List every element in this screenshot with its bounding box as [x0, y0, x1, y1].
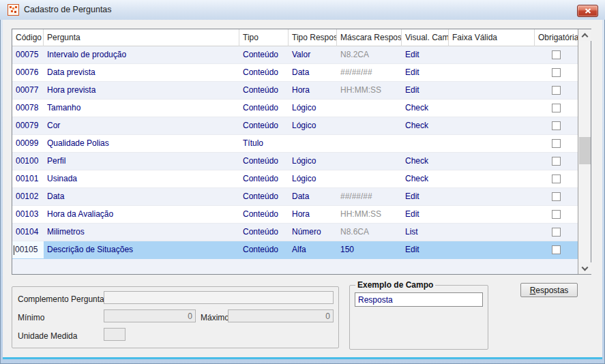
- cell-mascara[interactable]: ##/##/##: [337, 188, 402, 205]
- cell-faixa[interactable]: [449, 82, 535, 99]
- cell-mascara[interactable]: [337, 135, 402, 152]
- obrigatoria-checkbox[interactable]: [552, 104, 561, 112]
- cell-tipo_resposta[interactable]: [289, 135, 337, 152]
- cell-visual[interactable]: Check: [402, 153, 449, 170]
- table-row[interactable]: 00077Hora previstaConteúdoHoraHH:MM:SSEd…: [12, 82, 578, 100]
- cell-faixa[interactable]: [449, 206, 535, 223]
- cell-tipo[interactable]: Conteúdo: [239, 241, 289, 258]
- cell-faixa[interactable]: [449, 170, 535, 187]
- cell-visual[interactable]: Edit: [402, 82, 449, 99]
- cell-codigo[interactable]: 00075: [12, 46, 44, 63]
- cell-tipo_resposta[interactable]: Hora: [289, 206, 337, 223]
- cell-mascara[interactable]: N8.2CA: [337, 46, 402, 63]
- cell-tipo_resposta[interactable]: Data: [289, 64, 337, 81]
- column-header-codigo[interactable]: Código: [12, 29, 44, 46]
- obrigatoria-checkbox[interactable]: [552, 157, 561, 166]
- obrigatoria-checkbox[interactable]: [552, 121, 561, 130]
- obrigatoria-checkbox[interactable]: [552, 175, 561, 183]
- exemplo-input[interactable]: [355, 292, 483, 307]
- cell-codigo[interactable]: 00077: [12, 82, 44, 99]
- cell-tipo[interactable]: Conteúdo: [239, 153, 289, 170]
- cell-visual[interactable]: Edit: [402, 46, 449, 63]
- column-header-faixa[interactable]: Faixa Válida: [449, 29, 535, 46]
- table-row[interactable]: 00104MilimetrosConteúdoNúmeroN8.6CAList: [12, 224, 578, 241]
- table-row[interactable]: 00100PerfilConteúdoLógicoCheck: [12, 153, 578, 170]
- cell-codigo[interactable]: 00079: [12, 117, 44, 134]
- cell-pergunta[interactable]: Qualidade Polias: [44, 135, 239, 152]
- table-row[interactable]: 00076Data previstaConteúdoData##/##/##Ed…: [12, 64, 578, 82]
- cell-visual[interactable]: Edit: [402, 188, 449, 205]
- cell-tipo_resposta[interactable]: Hora: [289, 82, 337, 99]
- cell-visual[interactable]: Check: [402, 170, 449, 187]
- vertical-scrollbar[interactable]: [578, 29, 591, 274]
- cell-tipo[interactable]: Conteúdo: [239, 224, 289, 241]
- column-header-mascara[interactable]: Máscara Resposta: [337, 29, 402, 46]
- cell-mascara[interactable]: [337, 100, 402, 117]
- cell-faixa[interactable]: [449, 135, 535, 152]
- cell-tipo_resposta[interactable]: Alfa: [289, 241, 337, 258]
- cell-tipo[interactable]: Conteúdo: [239, 46, 289, 63]
- cell-faixa[interactable]: [449, 153, 535, 170]
- titlebar[interactable]: Cadastro de Perguntas: [0, 0, 605, 20]
- cell-tipo_resposta[interactable]: Lógico: [289, 170, 337, 187]
- cell-tipo[interactable]: Título: [239, 135, 289, 152]
- cell-tipo_resposta[interactable]: Valor: [289, 46, 337, 63]
- cell-tipo_resposta[interactable]: Número: [289, 224, 337, 241]
- cell-visual[interactable]: Edit: [402, 64, 449, 81]
- obrigatoria-checkbox[interactable]: [552, 139, 561, 148]
- cell-visual[interactable]: Edit: [402, 241, 449, 258]
- table-row[interactable]: 00075Intervalo de produçãoConteúdoValorN…: [12, 46, 578, 64]
- cell-pergunta[interactable]: Perfil: [44, 153, 239, 170]
- cell-pergunta[interactable]: Data prevista: [44, 64, 239, 81]
- column-header-tipo_resposta[interactable]: Tipo Resposta: [289, 29, 337, 46]
- cell-pergunta[interactable]: Usinada: [44, 170, 239, 187]
- cell-mascara[interactable]: [337, 117, 402, 134]
- column-header-obrigatoria[interactable]: Obrigatória: [535, 29, 578, 46]
- cell-tipo_resposta[interactable]: Lógico: [289, 117, 337, 134]
- cell-pergunta[interactable]: Tamanho: [44, 100, 239, 117]
- cell-pergunta[interactable]: Milimetros: [44, 224, 239, 241]
- cell-codigo[interactable]: 00103: [12, 206, 44, 223]
- table-row[interactable]: 00078TamanhoConteúdoLógicoCheck: [12, 100, 578, 117]
- table-row[interactable]: 00099Qualidade PoliasTítulo: [12, 135, 578, 153]
- cell-pergunta[interactable]: Intervalo de produção: [44, 46, 239, 63]
- column-header-pergunta[interactable]: Pergunta: [44, 29, 239, 46]
- table-row[interactable]: 00101UsinadaConteúdoLógicoCheck: [12, 170, 578, 188]
- cell-faixa[interactable]: [449, 224, 535, 241]
- table-row[interactable]: 00079CorConteúdoLógicoCheck: [12, 117, 578, 135]
- cell-visual[interactable]: Check: [402, 117, 449, 134]
- obrigatoria-checkbox[interactable]: [552, 86, 561, 95]
- cell-mascara[interactable]: ##/##/##: [337, 64, 402, 81]
- obrigatoria-checkbox[interactable]: [552, 245, 561, 254]
- cell-visual[interactable]: Edit: [402, 206, 449, 223]
- cell-codigo[interactable]: 00100: [12, 153, 44, 170]
- cell-codigo[interactable]: 00076: [12, 64, 44, 81]
- maximo-input[interactable]: [228, 309, 334, 322]
- obrigatoria-checkbox[interactable]: [552, 192, 561, 201]
- cell-codigo[interactable]: 00099: [12, 135, 44, 152]
- cell-pergunta[interactable]: Descrição de Situações: [44, 241, 239, 258]
- cell-faixa[interactable]: [449, 117, 535, 134]
- cell-pergunta[interactable]: Hora prevista: [44, 82, 239, 99]
- cell-visual[interactable]: List: [402, 224, 449, 241]
- cell-pergunta[interactable]: Cor: [44, 117, 239, 134]
- cell-mascara[interactable]: N8.6CA: [337, 224, 402, 241]
- cell-mascara[interactable]: 150: [337, 241, 402, 258]
- unidade-medida-input[interactable]: [104, 328, 126, 341]
- inline-cell-editor[interactable]: 00105: [12, 241, 44, 258]
- cell-tipo_resposta[interactable]: Data: [289, 188, 337, 205]
- table-row[interactable]: 00102DataConteúdoData##/##/##Edit: [12, 188, 578, 206]
- cell-tipo[interactable]: Conteúdo: [239, 64, 289, 81]
- complemento-input[interactable]: [104, 291, 334, 304]
- cell-tipo[interactable]: Conteúdo: [239, 82, 289, 99]
- table-row[interactable]: 00103Hora da AvaliaçãoConteúdoHoraHH:MM:…: [12, 206, 578, 224]
- scrollbar-thumb[interactable]: [579, 137, 591, 164]
- cell-tipo_resposta[interactable]: Lógico: [289, 100, 337, 117]
- minimo-input[interactable]: [104, 309, 196, 322]
- cell-codigo[interactable]: 00102: [12, 188, 44, 205]
- cell-faixa[interactable]: [449, 188, 535, 205]
- scroll-up-button[interactable]: [578, 29, 591, 41]
- cell-mascara[interactable]: HH:MM:SS: [337, 82, 402, 99]
- cell-codigo[interactable]: 00105: [12, 241, 44, 258]
- column-header-visual[interactable]: Visual. Campo: [402, 29, 449, 46]
